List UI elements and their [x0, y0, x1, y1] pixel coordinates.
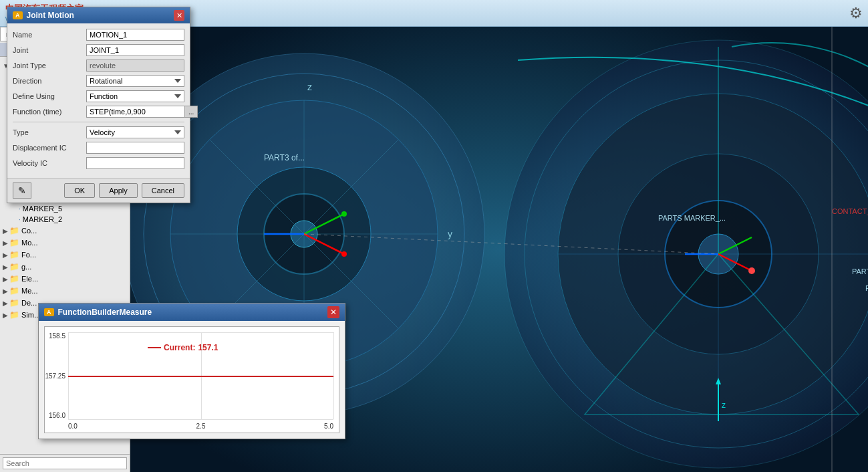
svg-text:z: z: [722, 400, 726, 410]
joint-motion-titlebar[interactable]: A Joint Motion ✕: [7, 7, 190, 23]
tree-label-marker5: MARKER_5: [23, 205, 62, 213]
x-axis: 0.0 2.5 5.0: [68, 419, 333, 433]
define-using-row: Define Using Function Expression Spline: [13, 90, 184, 102]
svg-text:y: y: [448, 229, 452, 239]
search-input[interactable]: [3, 457, 127, 469]
y-label-mid: 157.25: [45, 372, 65, 380]
define-using-select[interactable]: Function Expression Spline: [86, 90, 184, 102]
joint-motion-dialog: A Joint Motion ✕ Name Joint Joint Type: [7, 7, 190, 203]
type-control: Velocity Displacement Acceleration: [86, 126, 184, 138]
x-label-0: 0.0: [68, 423, 78, 430]
current-value: 157.1: [198, 343, 218, 352]
apply-button[interactable]: Apply: [99, 183, 138, 198]
displacement-ic-row: Displacement IC: [13, 142, 184, 154]
tree-label-measures: Me...: [21, 287, 37, 295]
divider: [13, 122, 184, 122]
name-row: Name: [13, 29, 184, 41]
displacement-ic-label: Displacement IC: [13, 144, 86, 152]
joint-type-control: [86, 60, 184, 72]
tree-node-measures[interactable]: ▶ 📁 Me...: [3, 285, 127, 297]
joint-motion-title: Joint Motion: [27, 11, 74, 20]
tree-label-forces: Fo...: [21, 251, 36, 259]
x-label-end: 5.0: [324, 423, 333, 430]
name-control: [86, 29, 184, 41]
ok-button[interactable]: OK: [64, 183, 95, 198]
svg-text:CONTACT_1: CONTACT_1: [832, 207, 868, 215]
svg-text:z: z: [307, 82, 312, 92]
tree-node-elements[interactable]: ▶ 📁 Ele...: [3, 273, 127, 285]
svg-text:PART3 of...: PART3 of...: [264, 153, 305, 162]
velocity-ic-control: [86, 157, 184, 169]
joint-motion-footer: ✎ OK Apply Cancel: [7, 178, 190, 203]
function-builder-dialog: A FunctionBuilderMeasure ✕ 158.5 157.25 …: [38, 303, 345, 439]
fb-title-icon: A: [44, 308, 54, 316]
joint-type-row: Joint Type: [13, 60, 184, 72]
define-using-control: Function Expression Spline: [86, 90, 184, 102]
function-time-row: Function (time) ...: [13, 106, 184, 118]
velocity-ic-row: Velocity IC: [13, 157, 184, 169]
svg-point-26: [341, 251, 347, 257]
name-input[interactable]: [86, 29, 184, 41]
tree-label-design: De...: [21, 299, 37, 307]
joint-type-label: Joint Type: [13, 62, 86, 70]
tree-label-contacts: Co...: [21, 227, 37, 235]
direction-select[interactable]: Rotational Translational: [86, 75, 184, 87]
grid-v-right: [333, 332, 334, 419]
chart-data-line: [68, 376, 333, 377]
chart-area: 158.5 157.25 156.0 Current: 157.1: [44, 326, 339, 433]
velocity-ic-input[interactable]: [86, 157, 184, 169]
tree-label-motions: Mo...: [21, 239, 37, 247]
joint-control: [86, 44, 184, 56]
chart-current-label: Current: 157.1: [148, 343, 218, 352]
joint-row: Joint: [13, 44, 184, 56]
fb-title: FunctionBuilderMeasure: [58, 308, 152, 317]
function-time-input[interactable]: [86, 106, 184, 118]
direction-row: Direction Rotational Translational: [13, 75, 184, 87]
search-bar: [0, 454, 130, 472]
current-line-indicator: [148, 347, 161, 348]
joint-motion-body: Name Joint Joint Type Direction Rotation…: [7, 23, 190, 178]
tree-label-g: g...: [21, 263, 31, 271]
fb-close-button[interactable]: ✕: [327, 306, 339, 318]
joint-input[interactable]: [86, 44, 184, 56]
y-label-min: 156.0: [49, 412, 65, 419]
tree-label-sim: Sim...: [21, 311, 40, 319]
tree-node-marker5[interactable]: ·MARKER_5: [3, 203, 127, 214]
function-time-control: ...: [86, 106, 198, 118]
define-using-label: Define Using: [13, 92, 86, 100]
svg-text:PARTS MARKER_...: PARTS MARKER_...: [658, 214, 726, 222]
svg-text:PART2.MARKER_1: PART2.MARKER_1: [852, 267, 868, 275]
type-select[interactable]: Velocity Displacement Acceleration: [86, 126, 184, 138]
name-label: Name: [13, 31, 86, 39]
dialog-title-icon: A: [13, 11, 23, 19]
svg-text:PART2.cm: PART2.cm: [865, 284, 868, 292]
joint-motion-close-button[interactable]: ✕: [174, 10, 184, 21]
current-text: Current:: [164, 343, 195, 352]
displacement-ic-input[interactable]: [86, 142, 184, 154]
tree-node-marker2[interactable]: ·MARKER_2: [3, 214, 127, 225]
tree-node-g[interactable]: ▶ 📁 g...: [3, 261, 127, 273]
tree-label-elements: Ele...: [21, 275, 38, 283]
type-label: Type: [13, 128, 86, 136]
tree-label-marker2: MARKER_2: [23, 215, 62, 223]
function-time-btn[interactable]: ...: [184, 106, 198, 118]
cancel-button[interactable]: Cancel: [142, 183, 184, 198]
velocity-ic-label: Velocity IC: [13, 159, 86, 167]
edit-button[interactable]: ✎: [13, 183, 31, 199]
displacement-ic-control: [86, 142, 184, 154]
x-label-mid: 2.5: [196, 423, 206, 430]
direction-control: Rotational Translational: [86, 75, 184, 87]
tree-node-forces[interactable]: ▶ 📁 Fo...: [3, 249, 127, 261]
tree-node-motions[interactable]: ▶ 📁 Mo...: [3, 237, 127, 249]
type-row: Type Velocity Displacement Acceleration: [13, 126, 184, 138]
chart-inner: Current: 157.1: [68, 332, 333, 419]
gear-icon[interactable]: ⚙: [849, 5, 863, 22]
svg-point-25: [341, 211, 347, 217]
joint-label: Joint: [13, 46, 86, 54]
y-axis: 158.5 157.25 156.0: [45, 332, 68, 419]
fb-titlebar[interactable]: A FunctionBuilderMeasure ✕: [39, 304, 345, 321]
direction-label: Direction: [13, 77, 86, 85]
y-label-max: 158.5: [49, 332, 65, 340]
joint-type-input: [86, 60, 184, 72]
tree-node-contacts[interactable]: ▶ 📁 Co...: [3, 225, 127, 237]
